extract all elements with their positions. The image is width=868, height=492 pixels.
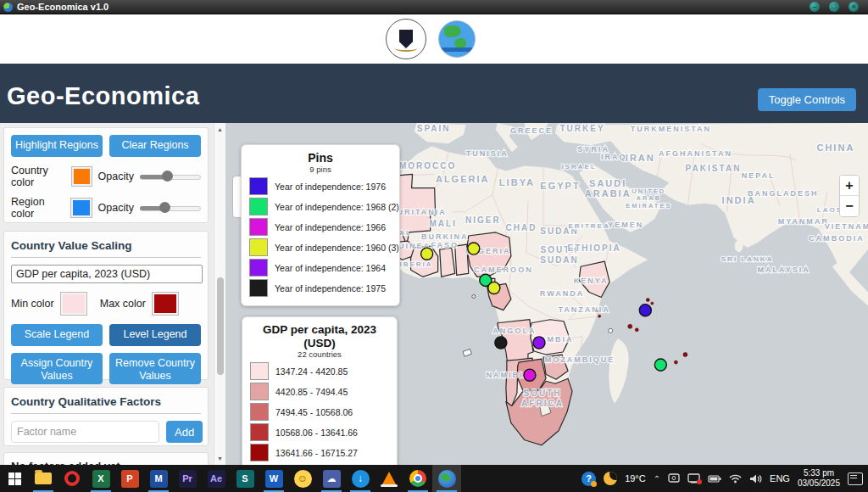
taskbar: XPMPrAeSW☺☁↓ ? 19°C ⌃ ENG 5:33 pm 03/05/… bbox=[0, 465, 868, 492]
volume-icon[interactable] bbox=[749, 473, 762, 484]
scroll-up-arrow[interactable]: ▲ bbox=[214, 126, 225, 132]
zoom-in-button[interactable]: + bbox=[840, 176, 859, 196]
assign-country-values-button[interactable]: Assign Country Values bbox=[11, 353, 103, 384]
zoom-out-button[interactable]: − bbox=[840, 196, 859, 216]
pins-legend-label: Year of independence: 1966 bbox=[275, 222, 386, 232]
map-pin-1960[interactable] bbox=[488, 282, 500, 294]
premiere-pro-taskbar-button[interactable]: Pr bbox=[173, 465, 202, 492]
word-taskbar-button[interactable]: W bbox=[259, 465, 288, 492]
country-color-label: Country color bbox=[11, 165, 65, 188]
map-label: GREECE bbox=[510, 126, 553, 135]
remove-country-values-button[interactable]: Remove Country Values bbox=[109, 353, 201, 384]
clear-regions-button[interactable]: Clear Regions bbox=[109, 135, 201, 157]
map-label: BANGLADESH bbox=[748, 189, 819, 198]
choropleth-legend-label: 13641.66 - 16715.27 bbox=[275, 448, 358, 458]
map-zoom-control: + − bbox=[839, 175, 860, 217]
country-opacity-slider[interactable] bbox=[140, 171, 201, 182]
highlight-regions-button[interactable]: Highlight Regions bbox=[11, 135, 103, 157]
add-factor-button[interactable]: Add bbox=[166, 421, 203, 443]
pins-legend-swatch bbox=[249, 218, 268, 236]
laurel-icon bbox=[395, 45, 417, 52]
teal-app-taskbar-button[interactable]: S bbox=[231, 465, 259, 492]
map-pin-1964[interactable] bbox=[533, 337, 545, 349]
level-legend-button[interactable]: Level Legend bbox=[109, 324, 201, 346]
region-color-swatch[interactable] bbox=[70, 198, 92, 218]
scrollbar-thumb[interactable] bbox=[217, 277, 224, 375]
factor-name-input[interactable] bbox=[11, 421, 159, 443]
logo-band bbox=[0, 14, 868, 64]
chrome-icon bbox=[409, 470, 426, 487]
map-pin-1968[interactable] bbox=[654, 359, 666, 371]
file-explorer-taskbar-button[interactable] bbox=[29, 465, 58, 492]
language-indicator[interactable]: ENG bbox=[770, 473, 790, 484]
map-canvas[interactable]: SPAINGREECETURKEYTURKMENISTANSYRIAIRAQIS… bbox=[225, 123, 868, 465]
map-label: CAMBODIA bbox=[809, 234, 865, 243]
opera-icon bbox=[64, 471, 80, 486]
map-label: MOROCCO bbox=[399, 161, 456, 171]
map-pin-1960[interactable] bbox=[468, 243, 480, 254]
pins-legend-item: Year of independence: 1966 bbox=[249, 218, 392, 236]
min-color-swatch[interactable] bbox=[60, 292, 87, 316]
window-title: Geo-Economica v1.0 bbox=[17, 2, 108, 12]
geo-economica-taskbar-button[interactable] bbox=[432, 465, 461, 492]
teal-app-icon: S bbox=[236, 470, 254, 488]
notification-center-icon[interactable] bbox=[848, 472, 863, 485]
choropleth-legend-swatch bbox=[250, 423, 269, 441]
weather-icon[interactable] bbox=[604, 472, 617, 485]
battery-icon[interactable] bbox=[708, 473, 721, 484]
minimize-button[interactable]: – bbox=[810, 2, 820, 12]
choropleth-legend: GDP per capita, 2023 (USD) 22 countries … bbox=[242, 316, 398, 465]
toggle-controls-button[interactable]: Toggle Controls bbox=[758, 88, 856, 111]
after-effects-icon: Ae bbox=[208, 470, 225, 488]
map-label: TUNISIA bbox=[466, 149, 509, 158]
map-pin-1976[interactable] bbox=[639, 305, 651, 316]
display-share-icon[interactable] bbox=[687, 472, 700, 484]
region-opacity-slider[interactable] bbox=[140, 202, 201, 214]
map-label: ANGOLA bbox=[492, 327, 536, 335]
pins-legend-label: Year of independence: 1975 bbox=[275, 283, 386, 294]
start-taskbar-button[interactable] bbox=[0, 465, 29, 492]
vlc-icon bbox=[381, 472, 397, 486]
excel-taskbar-button[interactable]: X bbox=[86, 465, 115, 492]
cloud-app-taskbar-button[interactable]: ☁ bbox=[317, 465, 346, 492]
m-app-taskbar-button[interactable]: M bbox=[144, 465, 173, 492]
map-pin-1966[interactable] bbox=[524, 369, 536, 381]
pins-legend-subtitle: 9 pins bbox=[249, 165, 392, 174]
excel-icon: X bbox=[92, 470, 110, 488]
map-label: ETHIOPIA bbox=[567, 243, 620, 253]
input-indicator-icon[interactable] bbox=[668, 472, 680, 484]
map-pin-1960[interactable] bbox=[421, 248, 433, 260]
emoji-app-taskbar-button[interactable]: ☺ bbox=[288, 465, 317, 492]
pins-legend-item: Year of independence: 1975 bbox=[249, 279, 392, 297]
map-label: SRI LANKA bbox=[721, 255, 774, 263]
taskbar-clock[interactable]: 5:33 pm 03/05/2025 bbox=[798, 468, 840, 489]
map-label: CHAD bbox=[505, 223, 537, 232]
map-pin-1975[interactable] bbox=[495, 337, 507, 349]
map-label: NIGER bbox=[465, 215, 501, 225]
tray-expand-chevron-icon[interactable]: ⌃ bbox=[654, 474, 660, 484]
region-controls-card: Highlight Regions Clear Regions Country … bbox=[3, 127, 209, 223]
max-color-swatch[interactable] bbox=[152, 292, 179, 316]
maximize-button[interactable]: □ bbox=[829, 2, 839, 12]
crest-logo bbox=[386, 19, 426, 59]
chrome-taskbar-button[interactable] bbox=[403, 465, 432, 492]
scroll-down-arrow[interactable]: ▼ bbox=[214, 456, 225, 461]
scale-legend-button[interactable]: Scale Legend bbox=[11, 324, 103, 346]
download-manager-taskbar-button[interactable]: ↓ bbox=[346, 465, 375, 492]
m-app-icon: M bbox=[150, 470, 168, 488]
map-label: MALI bbox=[429, 219, 457, 228]
powerpoint-taskbar-button[interactable]: P bbox=[115, 465, 144, 492]
country-color-swatch[interactable] bbox=[71, 166, 92, 187]
value-metric-input[interactable] bbox=[11, 265, 203, 283]
temperature-label[interactable]: 19°C bbox=[625, 473, 646, 484]
close-button[interactable]: × bbox=[849, 2, 859, 12]
vlc-taskbar-button[interactable] bbox=[375, 465, 403, 492]
map-label: AFGHANISTAN bbox=[659, 149, 732, 158]
map-label: EGYPT bbox=[540, 181, 580, 191]
help-tray-icon[interactable]: ? bbox=[581, 472, 596, 486]
clock-time: 5:33 pm bbox=[804, 468, 834, 478]
wifi-icon[interactable] bbox=[729, 473, 742, 484]
opera-taskbar-button[interactable] bbox=[58, 465, 86, 492]
after-effects-taskbar-button[interactable]: Ae bbox=[202, 465, 231, 492]
sidebar-scrollbar[interactable]: ▲ ▼ bbox=[214, 123, 225, 465]
